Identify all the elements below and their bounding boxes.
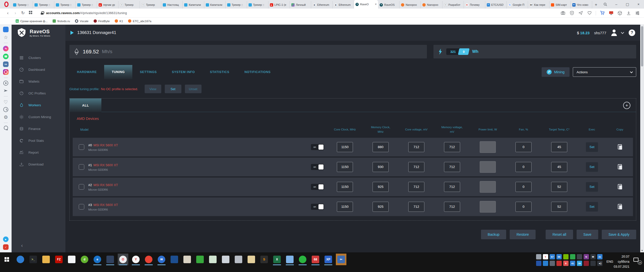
edge[interactable]: e (92, 254, 103, 265)
volume[interactable]: ◄) (597, 261, 602, 266)
temp-41[interactable]: 41 (597, 254, 602, 259)
target-temp-input[interactable] (551, 202, 567, 212)
device-enabled-toggle[interactable]: on (311, 164, 324, 170)
memory-voltage-input[interactable] (444, 142, 460, 152)
set-button[interactable]: Set (586, 162, 598, 172)
browser-tab[interactable]: RaveOS (378, 1, 399, 9)
avatar-icon[interactable] (610, 29, 618, 37)
calculator[interactable] (220, 254, 231, 265)
browser-tab[interactable]: SIM-карт (549, 1, 571, 9)
opera-sidebar-icon[interactable] (3, 88, 9, 93)
file-explorer[interactable] (41, 254, 51, 265)
snapshot-camera-icon[interactable] (560, 11, 566, 16)
browser-tab[interactable]: LPIC-1 (е (268, 1, 290, 9)
opera-sidebar-icon[interactable] (3, 61, 9, 67)
ram-monitor[interactable] (550, 261, 555, 266)
footer-button[interactable]: Restore (510, 230, 536, 239)
bookmark-item[interactable]: FirstByte (94, 19, 110, 23)
ship-app[interactable] (182, 254, 192, 265)
opera-sidebar-icon[interactable] (3, 236, 9, 242)
xp-app[interactable]: XP (323, 254, 334, 265)
core-voltage-input[interactable] (408, 162, 424, 172)
core-voltage-input[interactable] (408, 202, 424, 212)
rig-tab[interactable]: SETTINGS (132, 65, 164, 79)
opera-sidebar-icon[interactable] (3, 81, 8, 86)
tab-all-devices[interactable]: ALL (70, 98, 101, 112)
keyboard-language[interactable]: ENG (607, 259, 613, 264)
adguard[interactable] (195, 254, 205, 265)
rig-tab[interactable]: NOTIFICATIONS (237, 65, 278, 79)
taskbar-clock[interactable]: 20:37 ENG суббота 03.07.2021 (607, 254, 629, 269)
temp-39[interactable]: 39 (577, 261, 582, 266)
browser-tab[interactable]: Разработ (442, 1, 464, 9)
browser-tab[interactable]: Капитали (183, 1, 204, 9)
msi-center[interactable] (556, 261, 562, 266)
footer-button[interactable]: Save & Apply (602, 230, 636, 239)
copy-icon[interactable] (618, 204, 622, 209)
browser-tab[interactable]: герчик ур (97, 1, 118, 9)
opera-sidebar-icon[interactable] (3, 35, 9, 40)
set-button[interactable]: Set (586, 202, 598, 212)
fan-input[interactable] (515, 162, 532, 172)
cart-extension-icon[interactable] (600, 11, 605, 16)
core-clock-input[interactable] (337, 202, 353, 212)
target-temp-input[interactable] (551, 182, 567, 192)
browser-tab[interactable]: Nanopoo (421, 1, 442, 9)
browser-tab[interactable]: Трекер :: (226, 1, 247, 9)
opera-sidebar-icon[interactable] (3, 114, 9, 120)
sidebar-item[interactable]: Dashboard (12, 64, 65, 76)
bookmark-item[interactable]: K1 (115, 19, 123, 23)
rig-tab[interactable]: HARDWARE (69, 65, 104, 79)
sidebar-item[interactable]: Workers (12, 99, 65, 111)
maximize-icon[interactable]: ▢ (622, 0, 633, 9)
minimize-icon[interactable]: – (611, 0, 622, 9)
recorder[interactable] (584, 261, 589, 266)
bookmark-heart-icon[interactable] (587, 11, 592, 16)
forward-icon[interactable]: › (12, 11, 19, 16)
display-lock[interactable] (577, 254, 582, 259)
tab-search-icon[interactable] (600, 0, 611, 9)
footer-button[interactable]: Save (577, 230, 598, 239)
fan-input[interactable] (515, 142, 532, 152)
browser-tab[interactable]: Трекер (118, 1, 140, 9)
browser-tab[interactable]: Трекер :: (76, 1, 97, 9)
add-group-button[interactable]: + (623, 102, 630, 109)
browser-tab[interactable]: Капитали (204, 1, 226, 9)
opera-sidebar-icon[interactable] (4, 43, 8, 43)
reload-icon[interactable]: ↻ (19, 10, 27, 16)
opera-sidebar-icon[interactable] (3, 69, 9, 75)
browser-tab[interactable]: Как пере (528, 1, 549, 9)
balance[interactable]: $ 18.23 (577, 31, 590, 35)
page-scrollbar[interactable]: ▼ (640, 25, 644, 252)
memory-clock-input[interactable] (373, 202, 389, 212)
chrome[interactable] (143, 254, 154, 265)
notepad[interactable] (66, 254, 77, 265)
footer-button[interactable]: Backup (481, 230, 506, 239)
shield-block-icon[interactable] (569, 11, 574, 16)
copy-icon[interactable] (618, 184, 622, 189)
opera-sidebar-icon[interactable] (3, 27, 9, 32)
browser-tab[interactable]: Личный (290, 1, 311, 9)
opera-sidebar-icon[interactable] (4, 78, 8, 78)
back-icon[interactable]: ‹ (4, 11, 12, 16)
phone-app[interactable] (570, 254, 575, 259)
set-button[interactable]: Set (586, 142, 598, 152)
actions-dropdown[interactable]: Actions (573, 67, 636, 77)
browser-tab[interactable]: Настоящ (161, 1, 183, 9)
rig-tab[interactable]: SYSTEM INFO (164, 65, 202, 79)
speed-dial-icon[interactable] (27, 11, 34, 16)
mail[interactable]: ✉ (590, 254, 596, 259)
opera-sidebar-icon[interactable] (3, 107, 8, 112)
browser-tab[interactable]: ETC/USDT (485, 1, 507, 9)
browser-tab[interactable]: Трекер :: (12, 1, 33, 9)
excel[interactable]: X (272, 254, 282, 265)
opera-sidebar-icon[interactable] (3, 54, 9, 59)
security-app[interactable] (105, 254, 115, 265)
opera-sidebar-icon[interactable] (4, 96, 8, 96)
bookmark-item[interactable]: Сроки хранения ф... (16, 19, 48, 23)
nvidia[interactable] (563, 254, 569, 259)
badge-68-app[interactable]: 68 (310, 254, 321, 265)
opera-menu-button[interactable] (2, 0, 12, 9)
opera-sidebar-icon[interactable] (3, 244, 9, 250)
temp-56[interactable]: 56 (556, 254, 562, 259)
